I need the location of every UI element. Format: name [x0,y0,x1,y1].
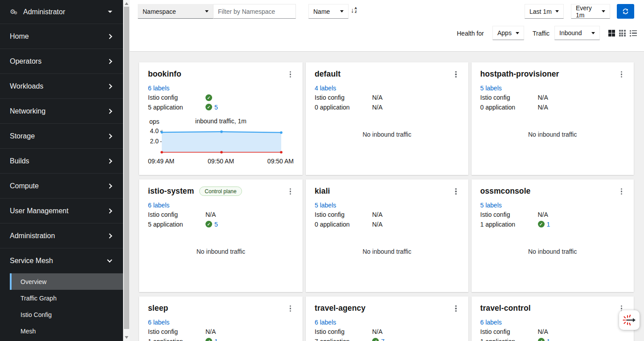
labels-link[interactable]: 5 labels [480,85,502,92]
namespace-name[interactable]: sleep [148,304,168,313]
sidebar-item-istio-config[interactable]: Istio Config [10,306,123,323]
kebab-menu-button[interactable] [287,304,294,313]
namespace-card-ossmconsole: ossmconsole 5 labels Istio configN/A 1 a… [472,179,634,292]
perspective-switcher[interactable]: ⚙⚙ Administrator [0,0,123,24]
namespace-name[interactable]: hostpath-provisioner [480,69,559,79]
kebab-menu-button[interactable] [452,304,459,313]
labels-link[interactable]: 6 labels [148,85,169,92]
refresh-button[interactable] [617,4,634,19]
application-label: 7 application [315,338,372,341]
kebab-menu-button[interactable] [287,187,294,196]
namespace-card-hostpath-provisioner: hostpath-provisioner 5 labels Istio conf… [472,62,634,175]
scrollbar-thumb[interactable] [124,7,129,329]
labels-link[interactable]: 5 labels [480,202,502,209]
namespace-name[interactable]: bookinfo [148,69,181,79]
scroll-up-arrow[interactable] [125,2,128,5]
istio-config-label: Istio config [315,211,372,218]
chevron-right-icon [107,59,112,64]
namespace-name[interactable]: default [315,69,340,79]
healthy-check-icon: ✓ [205,104,212,110]
sort-order-button[interactable]: ↓ AZ [351,7,357,14]
burst-arrow-icon [622,313,636,327]
refresh-interval-select[interactable]: Every 1m [571,4,610,19]
compact-view-icon[interactable] [608,30,615,37]
no-traffic-message: No inbound traffic [480,111,625,170]
chevron-down-icon [108,11,112,13]
namespace-card-travel-control: travel-control 6 labels Istio configN/A … [472,296,634,341]
application-label: 0 application [315,104,372,111]
extension-badge[interactable] [619,310,640,330]
sidebar-item-builds[interactable]: Builds [0,149,123,174]
scroll-down-arrow[interactable] [125,336,128,339]
healthy-app-count[interactable]: 1 [214,338,218,341]
chevron-right-icon [107,134,112,138]
namespace-name[interactable]: travel-agency [315,304,365,313]
namespace-name[interactable]: istio-system [148,187,194,196]
vertical-scrollbar[interactable] [123,0,130,341]
kebab-menu-button[interactable] [618,187,625,196]
healthy-app-count[interactable]: 5 [214,104,218,111]
chevron-right-icon [107,84,112,89]
namespace-name[interactable]: travel-control [480,304,531,313]
sidebar-item-operators[interactable]: Operators [0,49,123,74]
traffic-direction-select[interactable]: Inbound [554,26,600,40]
caret-down-icon [555,10,559,12]
labels-link[interactable]: 6 labels [480,319,502,326]
healthy-app-count[interactable]: 7 [381,338,385,341]
sidebar-nav: ⚙⚙ Administrator Home Operators Workload… [0,0,123,341]
istio-config-value: N/A [538,211,548,218]
labels-link[interactable]: 6 labels [148,202,169,209]
chevron-right-icon [107,34,112,39]
sidebar-item-compute[interactable]: Compute [0,174,123,199]
sidebar-item-networking[interactable]: Networking [0,99,123,124]
health-for-label: Health for [457,30,484,37]
istio-config-label: Istio config [148,94,205,101]
sidebar-item-overview[interactable]: Overview [10,273,123,290]
caret-down-icon [591,32,595,34]
namespace-name[interactable]: ossmconsole [480,187,531,196]
no-traffic-message: No inbound traffic [315,111,459,170]
application-label: 5 application [148,104,205,111]
istio-config-value: N/A [205,211,216,218]
sidebar-item-storage[interactable]: Storage [0,124,123,149]
expanded-view-icon[interactable] [619,30,626,37]
istio-config-label: Istio config [480,211,538,218]
kebab-menu-button[interactable] [452,187,459,196]
labels-link[interactable]: 6 labels [148,319,169,326]
healthy-app-count[interactable]: 5 [214,221,218,228]
sidebar-item-mesh[interactable]: Mesh [10,323,123,339]
namespace-grid: bookinfo 6 labels Istio config✓ 5 applic… [130,52,644,341]
istio-config-label: Istio config [315,328,372,335]
chevron-down-icon [107,257,112,262]
sidebar-item-administration[interactable]: Administration [0,223,123,248]
sidebar-item-home[interactable]: Home [0,24,123,49]
list-view-icon[interactable] [630,30,637,37]
kebab-menu-button[interactable] [618,69,625,79]
refresh-icon [622,8,629,15]
labels-link[interactable]: 5 labels [315,202,336,209]
namespace-filter-select[interactable]: Namespace [138,4,213,19]
application-label: 0 application [315,221,372,228]
healthy-app-count[interactable]: 1 [547,221,550,228]
control-plane-badge: Control plane [199,187,242,196]
sparkline-plot[interactable] [160,126,283,155]
sidebar-item-user-management[interactable]: User Management [0,199,123,223]
namespace-name[interactable]: kiali [315,187,330,196]
sidebar-item-workloads[interactable]: Workloads [0,74,123,99]
labels-link[interactable]: 4 labels [315,85,336,92]
health-for-select[interactable]: Apps [492,26,524,40]
sort-by-select[interactable]: Name [308,4,349,19]
sidebar-item-service-mesh[interactable]: Service Mesh [0,248,123,273]
healthy-check-icon: ✓ [538,338,545,341]
namespace-filter-input[interactable] [213,4,296,19]
sidebar-item-traffic-graph[interactable]: Traffic Graph [10,290,123,306]
kebab-menu-button[interactable] [287,69,294,79]
namespace-card-default: default 4 labels Istio configN/A 0 appli… [306,62,468,175]
healthy-app-count[interactable]: 1 [547,338,550,341]
application-label: 0 application [480,104,538,111]
labels-link[interactable]: 6 labels [315,319,336,326]
application-value: N/A [372,221,382,228]
kebab-menu-button[interactable] [452,69,459,79]
healthy-check-icon: ✓ [205,338,212,341]
duration-select[interactable]: Last 1m [525,4,564,19]
